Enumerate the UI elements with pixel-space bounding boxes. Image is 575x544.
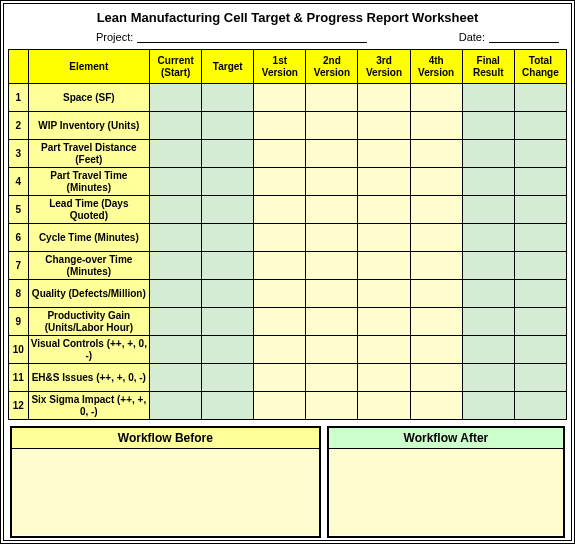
data-cell[interactable] [410, 336, 462, 364]
data-cell[interactable] [358, 84, 410, 112]
data-cell[interactable] [202, 308, 254, 336]
data-cell[interactable] [306, 140, 358, 168]
data-cell[interactable] [462, 112, 514, 140]
data-cell[interactable] [254, 196, 306, 224]
data-cell[interactable] [254, 84, 306, 112]
data-cell[interactable] [150, 140, 202, 168]
data-cell[interactable] [462, 336, 514, 364]
data-cell[interactable] [514, 112, 566, 140]
data-cell[interactable] [410, 112, 462, 140]
data-cell[interactable] [514, 280, 566, 308]
data-cell[interactable] [254, 364, 306, 392]
data-cell[interactable] [514, 308, 566, 336]
data-cell[interactable] [202, 196, 254, 224]
data-cell[interactable] [202, 168, 254, 196]
data-cell[interactable] [150, 364, 202, 392]
data-cell[interactable] [462, 308, 514, 336]
data-cell[interactable] [202, 336, 254, 364]
data-cell[interactable] [150, 252, 202, 280]
data-cell[interactable] [306, 364, 358, 392]
data-cell[interactable] [202, 364, 254, 392]
data-cell[interactable] [306, 336, 358, 364]
data-cell[interactable] [514, 364, 566, 392]
data-cell[interactable] [410, 364, 462, 392]
data-cell[interactable] [150, 280, 202, 308]
workflow-before-body[interactable] [12, 449, 319, 535]
workflow-after-body[interactable] [329, 449, 563, 535]
data-cell[interactable] [254, 280, 306, 308]
data-cell[interactable] [462, 392, 514, 420]
data-cell[interactable] [462, 168, 514, 196]
data-cell[interactable] [410, 308, 462, 336]
data-cell[interactable] [254, 140, 306, 168]
data-cell[interactable] [358, 308, 410, 336]
data-cell[interactable] [462, 140, 514, 168]
data-cell[interactable] [150, 224, 202, 252]
data-cell[interactable] [462, 364, 514, 392]
data-cell[interactable] [462, 280, 514, 308]
data-cell[interactable] [202, 280, 254, 308]
data-cell[interactable] [150, 196, 202, 224]
data-cell[interactable] [306, 308, 358, 336]
data-cell[interactable] [410, 168, 462, 196]
data-cell[interactable] [254, 392, 306, 420]
data-cell[interactable] [358, 224, 410, 252]
data-cell[interactable] [202, 224, 254, 252]
data-cell[interactable] [462, 84, 514, 112]
data-cell[interactable] [358, 336, 410, 364]
data-cell[interactable] [306, 84, 358, 112]
data-cell[interactable] [514, 168, 566, 196]
data-cell[interactable] [514, 336, 566, 364]
data-cell[interactable] [358, 196, 410, 224]
data-cell[interactable] [410, 84, 462, 112]
data-cell[interactable] [462, 196, 514, 224]
data-cell[interactable] [358, 252, 410, 280]
data-cell[interactable] [410, 280, 462, 308]
date-input-line[interactable] [489, 29, 559, 43]
data-cell[interactable] [202, 140, 254, 168]
data-cell[interactable] [410, 196, 462, 224]
data-cell[interactable] [306, 280, 358, 308]
data-cell[interactable] [358, 392, 410, 420]
data-cell[interactable] [358, 140, 410, 168]
data-cell[interactable] [150, 168, 202, 196]
data-cell[interactable] [254, 224, 306, 252]
data-cell[interactable] [306, 112, 358, 140]
data-cell[interactable] [462, 252, 514, 280]
data-cell[interactable] [410, 252, 462, 280]
data-cell[interactable] [514, 196, 566, 224]
data-cell[interactable] [358, 364, 410, 392]
data-cell[interactable] [514, 392, 566, 420]
data-cell[interactable] [358, 280, 410, 308]
data-cell[interactable] [514, 252, 566, 280]
data-cell[interactable] [514, 84, 566, 112]
data-cell[interactable] [306, 392, 358, 420]
data-cell[interactable] [462, 224, 514, 252]
data-cell[interactable] [358, 168, 410, 196]
data-cell[interactable] [410, 224, 462, 252]
data-cell[interactable] [306, 224, 358, 252]
data-cell[interactable] [254, 336, 306, 364]
data-cell[interactable] [410, 392, 462, 420]
data-cell[interactable] [150, 336, 202, 364]
data-cell[interactable] [254, 168, 306, 196]
data-cell[interactable] [306, 196, 358, 224]
data-cell[interactable] [410, 140, 462, 168]
data-cell[interactable] [150, 112, 202, 140]
data-cell[interactable] [254, 308, 306, 336]
data-cell[interactable] [306, 168, 358, 196]
data-cell[interactable] [202, 392, 254, 420]
data-cell[interactable] [254, 112, 306, 140]
data-cell[interactable] [358, 112, 410, 140]
data-cell[interactable] [514, 224, 566, 252]
data-cell[interactable] [150, 84, 202, 112]
data-cell[interactable] [150, 392, 202, 420]
data-cell[interactable] [202, 252, 254, 280]
data-cell[interactable] [150, 308, 202, 336]
data-cell[interactable] [514, 140, 566, 168]
data-cell[interactable] [202, 112, 254, 140]
data-cell[interactable] [202, 84, 254, 112]
data-cell[interactable] [306, 252, 358, 280]
project-input-line[interactable] [137, 29, 367, 43]
data-cell[interactable] [254, 252, 306, 280]
